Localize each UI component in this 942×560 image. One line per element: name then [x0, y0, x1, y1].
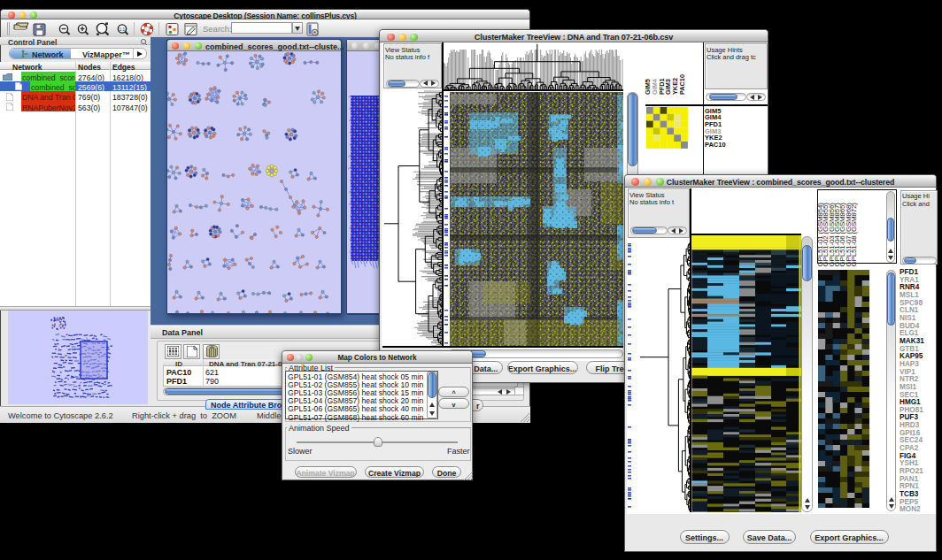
svg-text:1:1: 1:1	[120, 27, 126, 32]
